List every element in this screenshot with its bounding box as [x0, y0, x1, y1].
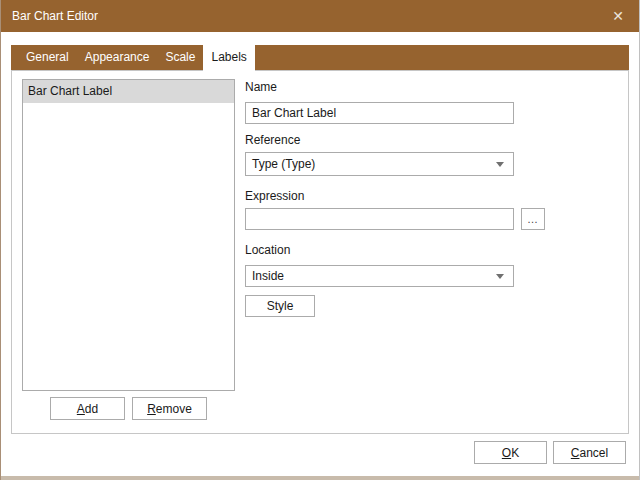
remove-button-mnemonic: R: [147, 402, 156, 416]
titlebar: Bar Chart Editor ✕: [1, 0, 640, 32]
style-button[interactable]: Style: [245, 295, 315, 317]
window-title: Bar Chart Editor: [1, 9, 98, 23]
location-dropdown[interactable]: Inside: [245, 265, 514, 287]
labels-listbox[interactable]: Bar Chart Label: [22, 79, 235, 391]
ellipsis-icon: …: [527, 213, 539, 225]
chevron-down-icon: [496, 162, 504, 167]
cancel-button[interactable]: Cancel: [553, 441, 626, 464]
location-label: Location: [245, 243, 290, 258]
window-border-bottom: [1, 476, 640, 480]
add-button-mnemonic: A: [77, 402, 85, 416]
expression-browse-button[interactable]: …: [521, 208, 545, 230]
name-label: Name: [245, 80, 277, 95]
expression-label: Expression: [245, 189, 304, 204]
close-icon[interactable]: ✕: [601, 0, 635, 32]
chevron-down-icon: [496, 274, 504, 279]
tab-scale[interactable]: Scale: [157, 45, 203, 70]
remove-button[interactable]: Remove: [132, 397, 207, 420]
reference-selected-value: Type (Type): [252, 157, 315, 171]
cancel-button-label: ancel: [579, 446, 608, 460]
list-item[interactable]: Bar Chart Label: [23, 80, 234, 103]
ok-button-mnemonic: O: [502, 446, 511, 460]
reference-label: Reference: [245, 133, 300, 148]
bar-chart-editor-dialog: Bar Chart Editor ✕ General Appearance Sc…: [0, 0, 640, 480]
tab-appearance[interactable]: Appearance: [77, 45, 158, 70]
style-button-label: Style: [267, 299, 294, 313]
add-button[interactable]: Add: [50, 397, 125, 420]
tab-labels[interactable]: Labels: [203, 45, 254, 72]
remove-button-label: emove: [156, 402, 192, 416]
name-input[interactable]: [245, 102, 514, 124]
expression-input[interactable]: [245, 208, 514, 230]
tab-general[interactable]: General: [18, 45, 77, 70]
labels-tab-panel: Bar Chart Label Add Remove Name Referenc…: [11, 70, 629, 434]
ok-button-label: K: [511, 446, 519, 460]
ok-button[interactable]: OK: [474, 441, 547, 464]
add-button-label: dd: [85, 402, 98, 416]
tab-strip: General Appearance Scale Labels: [11, 45, 629, 70]
location-selected-value: Inside: [252, 269, 284, 283]
reference-dropdown[interactable]: Type (Type): [245, 152, 514, 176]
cancel-button-mnemonic: C: [571, 446, 580, 460]
